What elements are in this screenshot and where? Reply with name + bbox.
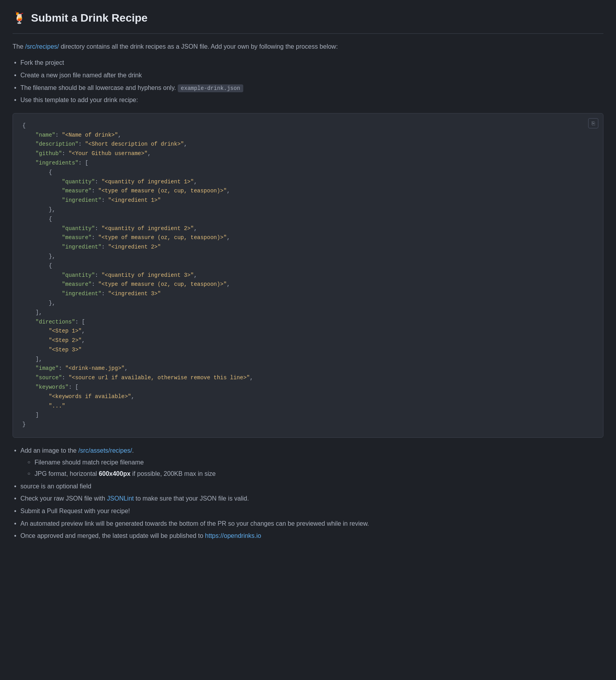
after-step-5: An automated preview link will be genera… [13, 519, 603, 529]
image-sub-1-text: Filename should match recipe filename [35, 459, 144, 466]
after-steps-list: Add an image to the /src/assets/recipes/… [13, 446, 603, 541]
json-template-block: ⎘ { "name": "<Name of drink>", "descript… [13, 113, 603, 438]
after-step-1: Add an image to the /src/assets/recipes/… [13, 446, 603, 479]
filename-example: example-drink.json [178, 84, 243, 92]
intro-suffix: directory contains all the drink recipes… [59, 43, 338, 50]
opendrinks-link[interactable]: https://opendrinks.io [205, 532, 261, 539]
after-step-4-text: Submit a Pull Request with your recipe! [20, 508, 130, 514]
step-1-text: Fork the project [20, 59, 64, 66]
page-title: Submit a Drink Recipe [31, 9, 148, 27]
image-sub-2-text: JPG format, horizontal 600x400px if poss… [35, 470, 216, 477]
copy-button[interactable]: ⎘ [588, 118, 598, 128]
image-sub-1: Filename should match recipe filename [27, 457, 603, 468]
step-3-text: The filename should be all lowercase and… [20, 84, 243, 91]
after-step-5-text: An automated preview link will be genera… [20, 520, 369, 527]
image-dimensions: 600x400px [99, 470, 131, 477]
step-3: The filename should be all lowercase and… [13, 83, 603, 93]
image-sub-2: JPG format, horizontal 600x400px if poss… [27, 469, 603, 479]
after-step-1-text: Add an image to the /src/assets/recipes/… [20, 447, 134, 454]
after-step-3-text: Check your raw JSON file with JSONLint t… [20, 495, 249, 502]
steps-list: Fork the project Create a new json file … [13, 58, 603, 105]
after-step-6-text: Once approved and merged, the latest upd… [20, 532, 261, 539]
jsonlint-link[interactable]: JSONLint [107, 495, 134, 502]
assets-dir-link[interactable]: /src/assets/recipes/ [78, 447, 132, 454]
step-4: Use this template to add your drink reci… [13, 95, 603, 105]
image-sub-list: Filename should match recipe filename JP… [27, 457, 603, 479]
recipes-dir-link[interactable]: /src/recipes/ [25, 43, 59, 50]
page-header: 🍹 Submit a Drink Recipe [13, 9, 603, 34]
step-4-text: Use this template to add your drink reci… [20, 97, 138, 103]
cocktail-icon: 🍹 [13, 9, 26, 27]
step-1: Fork the project [13, 58, 603, 68]
json-code: { "name": "<Name of drink>", "descriptio… [13, 113, 603, 437]
after-step-4: Submit a Pull Request with your recipe! [13, 506, 603, 516]
after-step-3: Check your raw JSON file with JSONLint t… [13, 494, 603, 504]
step-2-text: Create a new json file named after the d… [20, 72, 142, 79]
intro-prefix: The [13, 43, 25, 50]
after-step-2: source is an optional field [13, 481, 603, 492]
intro-paragraph: The /src/recipes/ directory contains all… [13, 42, 603, 52]
after-step-6: Once approved and merged, the latest upd… [13, 531, 603, 541]
after-step-2-text: source is an optional field [20, 483, 91, 490]
step-2: Create a new json file named after the d… [13, 70, 603, 80]
